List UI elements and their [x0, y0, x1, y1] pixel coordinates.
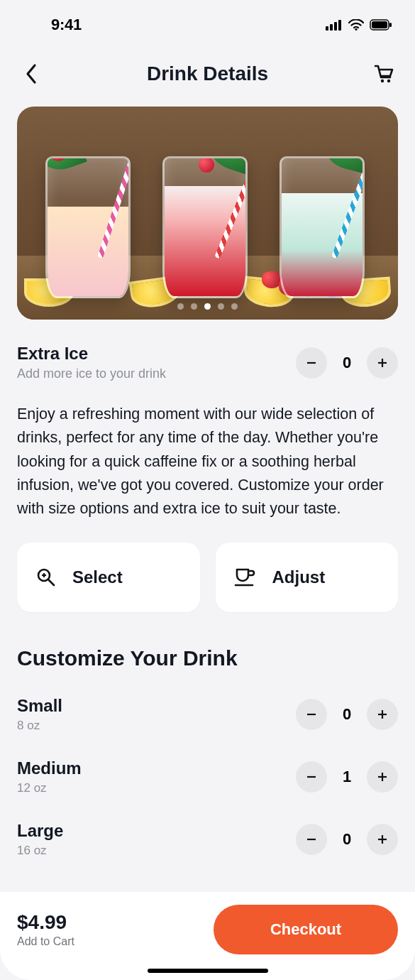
status-bar: 9:41 — [0, 0, 415, 43]
adjust-button[interactable]: Adjust — [216, 543, 399, 612]
extra-ice-stepper: 0 — [296, 347, 398, 379]
extra-ice-value: 0 — [340, 354, 354, 372]
carousel-dot[interactable] — [231, 303, 238, 310]
price-subtext: Add to Cart — [17, 935, 74, 948]
extra-ice-increment[interactable] — [367, 347, 398, 379]
svg-point-8 — [381, 80, 384, 82]
app-header: Drink Details — [0, 43, 415, 97]
size-name: Large — [17, 821, 63, 841]
size-stepper: 1 — [296, 761, 398, 793]
svg-point-9 — [387, 80, 390, 82]
size-row: Medium 12 oz 1 — [17, 758, 398, 795]
size-name: Small — [17, 696, 62, 716]
size-value: 0 — [340, 830, 354, 849]
wifi-icon — [348, 19, 364, 31]
status-icons — [326, 19, 392, 31]
plus-icon — [376, 833, 389, 846]
back-button[interactable] — [17, 60, 45, 88]
size-value: 0 — [340, 705, 354, 724]
extra-ice-decrement[interactable] — [296, 347, 327, 379]
adjust-label: Adjust — [272, 567, 326, 587]
size-increment[interactable] — [367, 699, 398, 730]
size-detail: 8 oz — [17, 719, 62, 733]
plus-icon — [376, 356, 389, 369]
minus-icon — [305, 771, 318, 783]
svg-rect-3 — [338, 20, 341, 31]
price-value: $4.99 — [17, 911, 74, 934]
select-label: Select — [72, 567, 123, 587]
minus-icon — [305, 708, 318, 721]
zoom-in-icon — [35, 567, 57, 588]
bottom-bar: $4.99 Add to Cart Checkout — [0, 891, 415, 980]
svg-rect-7 — [389, 23, 392, 27]
minus-icon — [305, 833, 318, 846]
checkout-button[interactable]: Checkout — [214, 905, 398, 954]
size-decrement[interactable] — [296, 699, 327, 730]
customize-heading: Customize Your Drink — [17, 646, 398, 670]
cup-icon — [234, 567, 257, 588]
size-name: Medium — [17, 758, 82, 778]
product-image-carousel[interactable] — [17, 107, 398, 320]
page-title: Drink Details — [45, 62, 370, 85]
size-row: Large 16 oz 0 — [17, 821, 398, 858]
carousel-dot[interactable] — [218, 303, 224, 310]
svg-rect-0 — [326, 26, 328, 31]
product-description: Enjoy a refreshing moment with our wide … — [17, 403, 398, 521]
svg-rect-2 — [334, 22, 337, 31]
extra-ice-title: Extra Ice — [17, 344, 166, 364]
svg-rect-6 — [372, 21, 387, 28]
cart-button[interactable] — [370, 60, 398, 88]
battery-icon — [370, 19, 392, 31]
select-button[interactable]: Select — [17, 543, 200, 612]
minus-icon — [305, 356, 318, 369]
carousel-dot[interactable] — [177, 303, 184, 310]
extra-ice-row: Extra Ice Add more ice to your drink 0 — [17, 344, 398, 381]
size-stepper: 0 — [296, 699, 398, 730]
extra-ice-subtitle: Add more ice to your drink — [17, 366, 166, 381]
svg-line-14 — [48, 579, 54, 585]
size-detail: 16 oz — [17, 844, 63, 858]
cart-icon — [373, 63, 394, 85]
home-indicator — [148, 969, 268, 973]
plus-icon — [376, 708, 389, 721]
size-detail: 12 oz — [17, 781, 82, 795]
plus-icon — [376, 771, 389, 783]
size-decrement[interactable] — [296, 761, 327, 793]
size-increment[interactable] — [367, 761, 398, 793]
carousel-dot[interactable] — [191, 303, 197, 310]
svg-point-4 — [355, 28, 357, 31]
size-row: Small 8 oz 0 — [17, 696, 398, 733]
svg-rect-1 — [330, 24, 333, 31]
signal-icon — [326, 19, 343, 31]
size-decrement[interactable] — [296, 824, 327, 855]
chevron-left-icon — [25, 63, 38, 85]
size-stepper: 0 — [296, 824, 398, 855]
status-time: 9:41 — [51, 16, 82, 34]
carousel-dot[interactable] — [204, 303, 211, 310]
carousel-dots[interactable] — [17, 303, 398, 310]
size-increment[interactable] — [367, 824, 398, 855]
size-value: 1 — [340, 768, 354, 786]
